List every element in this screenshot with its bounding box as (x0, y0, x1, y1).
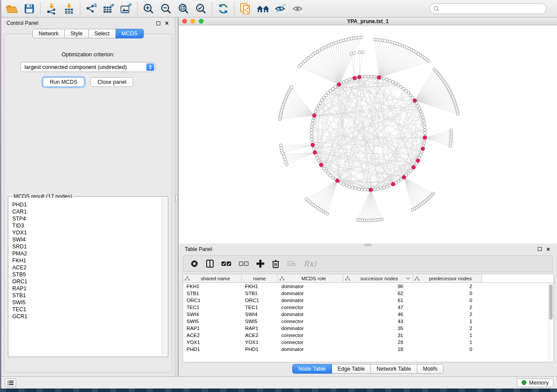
table-row[interactable]: RAP1RAP1dominator352 (183, 325, 554, 332)
table-scrollbar-thumb[interactable] (549, 285, 553, 320)
mcds-result-item[interactable]: ACE2 (9, 264, 161, 271)
table-row[interactable]: ACE2ACE2connector311 (183, 332, 554, 339)
cell-name: YOX1 (242, 340, 278, 345)
export-table-icon[interactable] (100, 2, 118, 16)
tab-network[interactable]: Network (32, 29, 65, 38)
cell-predecessor-nodes: 2 (413, 305, 482, 310)
cell-mcds-role: dominator (278, 291, 343, 296)
table-row[interactable]: SWI4SWI4dominator462 (183, 311, 554, 318)
mcds-result-item[interactable]: RAP1 (9, 285, 161, 292)
mcds-result-scrollbar[interactable] (162, 198, 167, 356)
vertical-splitter[interactable] (175, 17, 178, 376)
cell-successor-nodes: 29 (343, 340, 413, 345)
mcds-result-item[interactable]: STP4 (9, 215, 161, 222)
search-input[interactable] (429, 3, 547, 14)
mcds-result-item[interactable]: SWI4 (9, 236, 161, 243)
delete-table-icon[interactable] (287, 261, 296, 267)
mcds-result-item[interactable]: PHD1 (9, 201, 161, 208)
tab-style[interactable]: Style (65, 29, 89, 38)
show-columns-icon[interactable] (206, 260, 214, 268)
criterion-dropdown[interactable]: largest connected component (undirected) (21, 62, 156, 72)
table-toolbar: f(x) (183, 255, 553, 272)
column-header-name[interactable]: name (242, 274, 278, 282)
run-mcds-button[interactable]: Run MCDS (43, 77, 84, 87)
panel-drag-handle[interactable] (364, 244, 371, 246)
mcds-result-item[interactable]: FKH1 (9, 257, 161, 264)
mcds-result-item[interactable]: STB5 (9, 271, 161, 278)
tab-select[interactable]: Select (89, 29, 116, 38)
table-row[interactable]: TEC1TEC1connector472 (183, 304, 554, 311)
mcds-result-item[interactable]: CAR1 (9, 208, 161, 215)
mcds-result-item[interactable]: PMA2 (9, 250, 161, 257)
main-area: Control Panel × NetworkStyleSelectMCDS O… (1, 17, 557, 376)
table-row[interactable]: STB1STB1dominator620 (183, 290, 554, 297)
cell-mcds-role: dominator (278, 347, 343, 352)
add-column-icon[interactable] (256, 260, 264, 268)
table-row[interactable]: ORC1ORC1dominator610 (183, 297, 554, 304)
show-all-icon[interactable] (289, 2, 307, 16)
delete-column-icon[interactable] (272, 260, 279, 268)
search-field-wrap (429, 3, 547, 14)
close-panel-button[interactable]: Close panel (90, 77, 133, 87)
table-row[interactable]: SWI5SWI5connector431 (183, 318, 554, 325)
save-session-icon[interactable] (21, 2, 38, 16)
mcds-result-box: MCDS result (17 nodes) PHD1CAR1STP4TID3Y… (8, 196, 168, 357)
open-session-icon[interactable] (3, 2, 21, 16)
tab-network-table[interactable]: Network Table (371, 364, 417, 374)
node-table[interactable]: shared namenameMCDS rolesuccessor nodesp… (183, 274, 554, 362)
cell-predecessor-nodes: 0 (413, 298, 482, 303)
cell-mcds-role: connector (278, 305, 343, 310)
cell-successor-nodes: 96 (343, 284, 413, 289)
tab-node-table[interactable]: Node Table (292, 364, 332, 374)
table-row[interactable]: PHD1PHD1dominator180 (183, 346, 554, 353)
float-panel-icon[interactable] (156, 21, 160, 25)
float-table-panel-icon[interactable] (538, 247, 542, 251)
close-panel-icon[interactable]: × (165, 21, 169, 25)
export-image-icon[interactable] (118, 2, 135, 16)
import-table-icon[interactable] (60, 2, 78, 16)
table-settings-gear-icon[interactable] (190, 260, 198, 268)
zoom-selected-icon[interactable] (192, 2, 210, 16)
mcds-result-item[interactable]: TEC1 (9, 306, 161, 313)
mcds-result-item[interactable]: GCR1 (9, 313, 161, 320)
zoom-in-icon[interactable] (140, 2, 157, 16)
mcds-result-item[interactable]: TID3 (9, 222, 161, 229)
zoom-fit-icon[interactable] (175, 2, 192, 16)
mcds-result-item[interactable]: YOX1 (9, 229, 161, 236)
mcds-result-item[interactable]: SWI5 (9, 299, 161, 306)
zoom-out-icon[interactable] (157, 2, 175, 16)
deselect-all-rows-icon[interactable] (239, 261, 249, 266)
table-scrollbar[interactable] (548, 283, 553, 361)
cell-mcds-role: dominator (278, 312, 343, 317)
column-header-mcds-role[interactable]: MCDS role (278, 274, 343, 282)
cell-successor-nodes: 31 (343, 333, 413, 338)
splitter-handle[interactable] (175, 194, 178, 202)
control-panel-title: Control Panel (7, 20, 38, 26)
table-row[interactable]: YOX1YOX1connector291 (183, 339, 554, 346)
mcds-result-item[interactable]: ORC1 (9, 278, 161, 285)
export-network-icon[interactable] (83, 2, 100, 16)
mcds-result-item[interactable]: SRD1 (9, 243, 161, 250)
cell-shared-name: TEC1 (183, 305, 242, 310)
table-row[interactable]: FKH1FKH1dominator962 (183, 283, 554, 290)
hide-selected-icon[interactable] (272, 2, 289, 16)
select-all-rows-icon[interactable] (221, 261, 231, 266)
column-header-predecessor-nodes[interactable]: predecessor nodes (413, 274, 482, 282)
cell-predecessor-nodes: 1 (413, 333, 482, 338)
import-network-icon[interactable] (43, 2, 60, 16)
column-header-shared-name[interactable]: shared name (183, 274, 242, 282)
memory-button[interactable]: Memory (517, 378, 554, 387)
close-table-panel-icon[interactable]: × (547, 247, 550, 251)
column-header-successor-nodes[interactable]: successor nodes (343, 274, 413, 282)
mcds-result-list[interactable]: PHD1CAR1STP4TID3YOX1SWI4SRD1PMA2FKH1ACE2… (9, 198, 161, 356)
network-canvas[interactable] (179, 25, 557, 244)
task-history-button[interactable] (5, 378, 16, 387)
tab-edge-table[interactable]: Edge Table (332, 364, 371, 374)
tab-motifs[interactable]: Motifs (417, 364, 443, 374)
mcds-result-item[interactable]: STB1 (9, 292, 161, 299)
tab-mcds[interactable]: MCDS (116, 29, 144, 38)
apply-function-icon[interactable]: f(x) (304, 259, 316, 268)
refresh-icon[interactable] (214, 2, 232, 16)
first-neighbors-icon[interactable] (254, 2, 272, 16)
duplicate-network-icon[interactable] (237, 2, 254, 16)
